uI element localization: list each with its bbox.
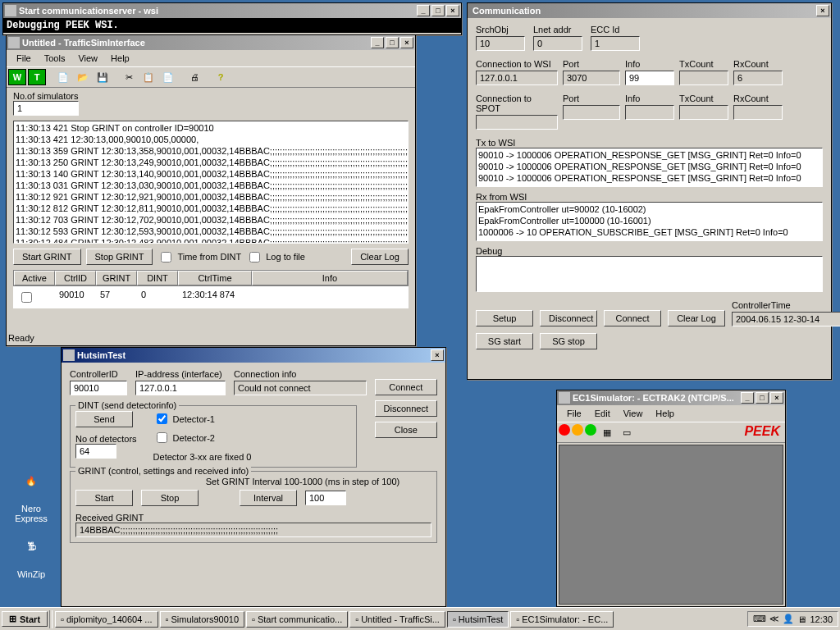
menu-edit[interactable]: Edit [588, 407, 617, 420]
minimize-button[interactable]: _ [371, 37, 384, 48]
trafficsim-log[interactable]: 11:30:13 421 Stop GRINT on controller ID… [13, 121, 409, 244]
communication-titlebar[interactable]: Communication × [468, 3, 831, 18]
hutsim-titlebar[interactable]: HutsimTest × [62, 348, 445, 363]
taskbar-item[interactable]: ▫Untitled - TrafficSi... [349, 611, 445, 628]
setup-button[interactable]: Setup [476, 310, 533, 326]
maximize-button[interactable]: □ [756, 392, 769, 404]
connwsi-input [476, 71, 558, 85]
interval-input[interactable] [305, 491, 346, 505]
menu-tools[interactable]: Tools [38, 52, 72, 65]
start-button[interactable]: Start [75, 490, 133, 506]
menu-file[interactable]: File [560, 407, 588, 420]
close-button2[interactable]: Close [375, 422, 437, 438]
tray-icon[interactable]: 👤 [783, 614, 794, 624]
time-from-dint-check[interactable]: Time from DINT [158, 249, 241, 265]
stop-grint-button[interactable]: Stop GRINT [86, 249, 153, 265]
nodet-input[interactable] [75, 444, 116, 459]
maximize-button[interactable]: □ [431, 5, 445, 16]
tool-icon[interactable]: ▭ [618, 424, 636, 441]
taskbar-item[interactable]: ▫HutsimTest [447, 611, 509, 628]
start-button[interactable]: ⊞ Start [2, 611, 48, 627]
tray-icon[interactable]: ≪ [769, 614, 779, 624]
maximize-button[interactable]: □ [386, 37, 399, 48]
sgstart-button[interactable]: SG start [476, 333, 533, 349]
commserver-title: Start communicationserver - wsi [19, 6, 417, 16]
desktop-icon-winzip[interactable]: 🗜 WinZip [7, 541, 56, 579]
nosim-input[interactable] [13, 101, 79, 116]
interval-button[interactable]: Interval [240, 490, 297, 506]
red-light-icon[interactable] [559, 424, 570, 436]
taskbar-item[interactable]: ▫diplomityo_140604 ... [55, 611, 158, 628]
detector1-check[interactable]: Detector-1 [153, 411, 252, 427]
disconnect-button[interactable]: Disconnect [540, 310, 597, 326]
copy-icon[interactable]: 📋 [139, 69, 158, 85]
detector2-check[interactable]: Detector-2 [153, 430, 252, 445]
app-icon: ▫ [453, 614, 456, 624]
ctrl-table-header: Active CtrlID GRINT DINT CtrlTime Info [13, 270, 409, 286]
menu-file[interactable]: File [10, 52, 38, 65]
minimize-button[interactable]: _ [741, 392, 754, 404]
close-button[interactable]: × [770, 392, 783, 404]
new-icon[interactable]: 📄 [54, 69, 72, 85]
rxwsi-list[interactable]: EpakFromController ut=90002 (10-16002)Ep… [476, 202, 823, 241]
taskbar: ⊞ Start ▫diplomityo_140604 ...▫Simulator… [0, 607, 840, 630]
close-button[interactable]: × [816, 5, 829, 16]
debug-list[interactable] [476, 256, 823, 292]
ec1-titlebar[interactable]: EC1Simulator: - ECTRAK2 (NTCIP/S... _ □ … [557, 390, 785, 405]
log-to-file-check[interactable]: Log to file [246, 249, 305, 265]
trafficsim-titlebar[interactable]: Untitled - TrafficSimInterface _ □ × [7, 35, 415, 50]
sgstop-button[interactable]: SG stop [540, 333, 597, 349]
close-button[interactable]: × [446, 5, 459, 16]
stop-button[interactable]: Stop [141, 490, 199, 506]
winzip-icon: 🗜 [18, 541, 44, 568]
desktop-icon-nero[interactable]: 🔥 Nero Express [7, 476, 56, 523]
tray-icon[interactable]: ⌨ [753, 614, 766, 624]
commserver-titlebar[interactable]: Start communicationserver - wsi _ □ × [3, 3, 461, 18]
received-grint-input [75, 523, 431, 537]
taskbar-item[interactable]: ▫EC1Simulator: - EC... [510, 611, 614, 628]
ec1-canvas[interactable] [559, 445, 783, 605]
active-checkbox[interactable] [21, 292, 32, 303]
taskbar-item[interactable]: ▫Simulators90010 [160, 611, 244, 628]
ipaddr-input[interactable] [135, 381, 226, 395]
ctrl-table-row[interactable]: 90010 57 0 12:30:14 874 [13, 286, 409, 308]
menu-view[interactable]: View [71, 52, 104, 65]
controllerid-input[interactable] [70, 381, 127, 395]
taskbar-item[interactable]: ▫Start communicatio... [246, 611, 348, 628]
connect-button[interactable]: Connect [375, 379, 437, 395]
w-button[interactable]: W [8, 69, 26, 85]
print-icon[interactable]: 🖨 [185, 69, 203, 85]
nero-icon: 🔥 [18, 476, 44, 502]
debug-label: Debug [476, 246, 823, 256]
menu-help[interactable]: Help [104, 52, 136, 65]
close-button[interactable]: × [431, 349, 444, 361]
minimize-button[interactable]: _ [417, 5, 430, 16]
save-icon[interactable]: 💾 [94, 69, 112, 85]
menu-view[interactable]: View [617, 407, 650, 420]
help-icon[interactable]: ? [212, 69, 230, 85]
menu-help[interactable]: Help [649, 407, 681, 420]
cut-icon[interactable]: ✂ [120, 69, 138, 85]
hutsim-window: HutsimTest × ControllerID IP-address (in… [61, 347, 446, 607]
t-button[interactable]: T [28, 69, 46, 85]
commserver-window: Start communicationserver - wsi _ □ × De… [2, 2, 462, 35]
disconnect-button[interactable]: Disconnect [375, 400, 437, 417]
clearlog-button[interactable]: Clear Log [668, 310, 725, 326]
tray-icon[interactable]: 🖥 [797, 614, 806, 624]
amber-light-icon[interactable] [572, 424, 583, 436]
grint-fieldset: GRINT (control, settings and received in… [70, 471, 437, 543]
infowsi-input[interactable] [625, 71, 674, 85]
txwsi-list[interactable]: 90010 -> 1000006 OPERATION_RESPONSE_GET … [476, 148, 823, 187]
tool-icon[interactable]: ▦ [598, 424, 616, 441]
green-light-icon[interactable] [585, 424, 596, 436]
start-grint-button[interactable]: Start GRINT [13, 249, 81, 265]
app-icon: ▫ [355, 614, 358, 624]
paste-icon[interactable]: 📄 [159, 69, 177, 85]
open-icon[interactable]: 📂 [74, 69, 92, 85]
close-button[interactable]: × [400, 37, 413, 48]
system-tray[interactable]: ⌨ ≪ 👤 🖥 12:30 [747, 611, 838, 627]
console-output: Debugging PEEK WSI. [3, 18, 461, 33]
send-button[interactable]: Send [75, 411, 133, 427]
connect-button[interactable]: Connect [604, 310, 661, 326]
clear-log-button[interactable]: Clear Log [351, 249, 409, 265]
